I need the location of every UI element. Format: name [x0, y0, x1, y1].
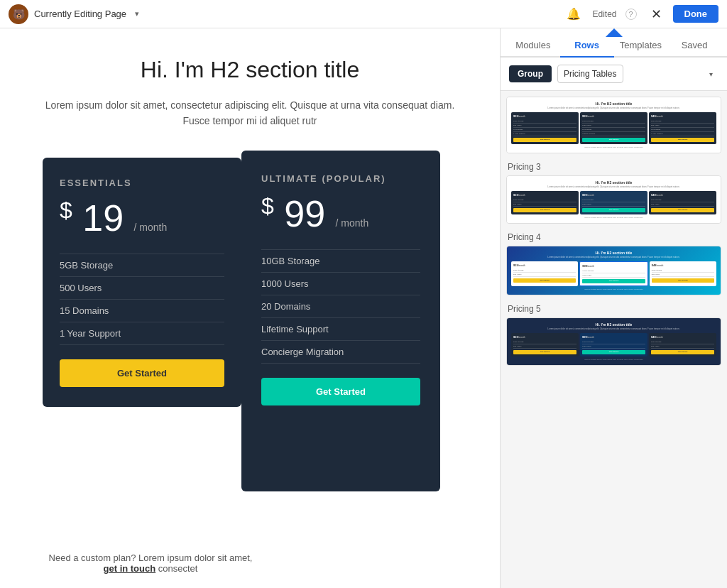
list-item: Lifetime Support — [261, 318, 420, 341]
list-item: 5GB Storage — [60, 254, 224, 277]
top-bar: 🐻 Currently Editing Page ▾ 🔔 Edited ? ✕ … — [0, 0, 727, 28]
popular-badge: (Popular) — [322, 173, 386, 184]
bell-icon[interactable]: 🔔 — [567, 7, 581, 21]
pricing-card-essentials: ESSENTIALS $ 19 / month 5GB Storage 500 … — [43, 158, 241, 407]
panel-filter: Group Pricing Tables Layouts Headers ▾ — [501, 58, 727, 91]
group-button[interactable]: Group — [509, 65, 552, 82]
tab-modules[interactable]: Modules — [506, 34, 560, 58]
plan-name-essentials: ESSENTIALS — [60, 178, 224, 188]
footer-note: Need a custom plan? Lorem ipsum dolor si… — [43, 552, 258, 574]
get-started-button-ultimate[interactable]: Get Started — [261, 378, 420, 405]
list-item: Concierge Migration — [261, 341, 420, 364]
select-wrapper: Pricing Tables Layouts Headers ▾ — [557, 65, 718, 83]
page-title: Currently Editing Page — [34, 9, 126, 19]
panel-item-label: Pricing 4 — [506, 232, 721, 242]
tab-saved[interactable]: Saved — [667, 34, 721, 58]
panel-items: Hi. I'm H2 section title Lorem ipsum dol… — [501, 91, 727, 588]
pricing-thumb-5[interactable]: Hi. I'm H2 section title Lorem ipsum dol… — [506, 317, 721, 366]
price-period: / month — [336, 217, 369, 229]
right-panel: Modules Rows Templates Saved Group Prici… — [500, 28, 727, 588]
edited-label: Edited — [592, 9, 616, 19]
close-icon[interactable]: ✕ — [651, 6, 662, 22]
list-item: 15 Domains — [60, 300, 224, 322]
main-area: Hi. I'm H2 section title Lorem ipsum dol… — [0, 28, 727, 588]
done-button[interactable]: Done — [673, 5, 719, 23]
pricing-thumb-active[interactable]: Hi. I'm H2 section title Lorem ipsum dol… — [506, 97, 721, 153]
plan-price-ultimate: $ 99 / month — [261, 192, 420, 235]
price-value: 19 — [82, 197, 124, 239]
list-item: 20 Domains — [261, 295, 420, 318]
logo: 🐻 — [9, 4, 28, 24]
tab-rows[interactable]: Rows — [560, 34, 614, 58]
currency-symbol: $ — [261, 192, 274, 218]
plan-name-ultimate: ULTIMATE (Popular) — [261, 173, 420, 184]
price-value: 99 — [284, 193, 325, 234]
list-item: 500 Users — [60, 277, 224, 300]
pricing-card-ultimate: ULTIMATE (Popular) $ 99 / month 10GB Sto… — [241, 151, 440, 491]
list-item: 10GB Storage — [261, 249, 420, 273]
pricing-thumb-3[interactable]: Hi. I'm H2 section title Lorem ipsum dol… — [506, 175, 721, 224]
page-content: Hi. I'm H2 section title Lorem ipsum dol… — [0, 28, 500, 588]
chevron-down-icon[interactable]: ▾ — [135, 9, 139, 18]
panel-item-label: Pricing 3 — [506, 162, 721, 172]
panel-item-label: Pricing 5 — [506, 304, 721, 314]
chevron-down-icon: ▾ — [709, 70, 713, 78]
currency-symbol: $ — [60, 197, 72, 222]
get-started-button-essentials[interactable]: Get Started — [60, 359, 224, 387]
list-item: 1 Year Support — [60, 322, 224, 345]
help-icon[interactable]: ? — [625, 9, 637, 20]
tab-templates[interactable]: Templates — [614, 34, 668, 58]
plan-features-ultimate: 10GB Storage 1000 Users 20 Domains Lifet… — [261, 249, 420, 364]
page-body: Lorem ipsum dolor sit amet, consectetur … — [43, 97, 457, 129]
price-period: / month — [134, 222, 168, 233]
panel-item-pricing4: Pricing 4 Hi. I'm H2 section title Lorem… — [506, 232, 721, 295]
footer-link[interactable]: get in touch — [104, 563, 156, 574]
pricing-container: ESSENTIALS $ 19 / month 5GB Storage 500 … — [43, 158, 457, 491]
pricing-select[interactable]: Pricing Tables Layouts Headers — [557, 65, 623, 83]
panel-item-pricing3: Pricing 3 Hi. I'm H2 section title Lorem… — [506, 162, 721, 224]
panel-item-pricing5: Pricing 5 Hi. I'm H2 section title Lorem… — [506, 304, 721, 366]
list-item: 1000 Users — [261, 273, 420, 295]
panel-pointer — [606, 28, 623, 37]
plan-features-essentials: 5GB Storage 500 Users 15 Domains 1 Year … — [60, 254, 224, 345]
plan-price-essentials: $ 19 / month — [60, 197, 224, 239]
page-heading: Hi. I'm H2 section title — [43, 57, 457, 83]
pricing-thumb-4[interactable]: Hi. I'm H2 section title Lorem ipsum dol… — [506, 246, 721, 295]
